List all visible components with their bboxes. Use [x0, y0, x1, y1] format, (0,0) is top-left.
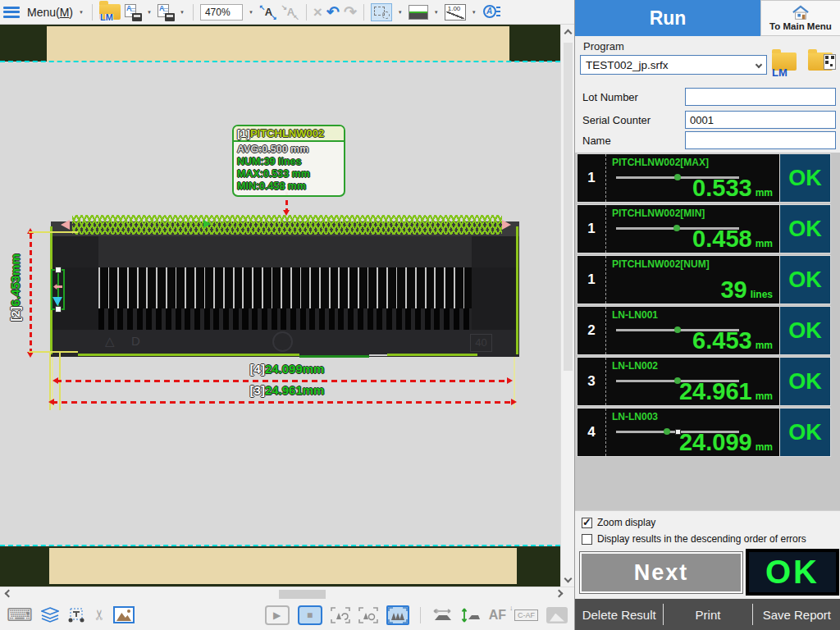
save-report-button[interactable]: Save Report — [753, 608, 840, 622]
zoom-caret-icon[interactable]: ▼ — [249, 10, 253, 15]
save-caret-icon[interactable]: ▼ — [147, 10, 152, 15]
tooltip-avg: AVG:0.500 mm — [237, 144, 340, 156]
roi-handle-bottom[interactable] — [55, 306, 62, 313]
toolbar-separator — [92, 4, 93, 21]
stage-height-icon[interactable] — [461, 607, 481, 623]
zoom-display-checkbox[interactable]: Zoom display — [582, 517, 840, 528]
image-display-icon[interactable] — [113, 606, 135, 623]
delete-result-button[interactable]: Delete Result — [575, 608, 663, 622]
run-play-icon[interactable]: ▶ — [265, 605, 290, 625]
scroll-right-icon[interactable] — [555, 590, 564, 598]
program-folder-button[interactable]: LM — [770, 46, 800, 79]
name-input[interactable] — [685, 131, 836, 149]
edge-roi-box[interactable] — [51, 269, 65, 310]
menu-caret-icon[interactable]: ▼ — [79, 10, 84, 15]
lot-number-input[interactable] — [685, 88, 836, 106]
results-list: 1 PITCHLNW002[MAX] 0.533 mm OK 1 PITCHLN… — [575, 153, 840, 510]
keyboard-icon[interactable]: ⌨ — [7, 605, 33, 626]
scroll-up-icon[interactable] — [564, 30, 573, 38]
horizontal-scroll-thumb[interactable] — [279, 590, 326, 599]
program-qr-folder-button[interactable] — [806, 46, 836, 79]
result-label: LN-LN001 — [612, 309, 658, 321]
viewer-horizontal-scrollbar[interactable] — [0, 587, 574, 600]
scroll-down-icon[interactable] — [564, 575, 573, 583]
multi-focus-icon[interactable] — [386, 605, 409, 625]
hamburger-menu-icon[interactable] — [3, 7, 20, 18]
save-program-icon[interactable] — [125, 4, 141, 21]
scale-factor-icon[interactable]: 1.00 — [445, 4, 466, 21]
width-inner-right-arrow-icon — [507, 377, 513, 384]
inspection-photo: △ D 40 [1]PITCHLNW002 AVG:0.500 mm NU — [0, 25, 560, 587]
edge-detect-right-line — [516, 226, 518, 354]
captured-image-icon[interactable] — [546, 607, 568, 623]
result-row[interactable]: 1 PITCHLNW002[MIN] 0.458 mm OK — [577, 204, 831, 253]
result-index: 1 — [578, 205, 606, 253]
result-body: LN-LN001 6.453 mm — [606, 307, 779, 354]
transform-tool-icon[interactable] — [67, 607, 85, 623]
result-row[interactable]: 1 PITCHLNW002[MAX] 0.533 mm OK — [577, 153, 831, 203]
name-row: Name — [575, 130, 840, 150]
print-program-icon[interactable] — [158, 4, 174, 21]
result-value: 0.458 — [692, 227, 752, 251]
focus-region-alt-icon[interactable] — [358, 607, 378, 623]
tan-region-bottom — [49, 548, 517, 584]
roi-handle-top[interactable] — [55, 267, 62, 273]
serial-counter-label: Serial Counter — [575, 114, 685, 126]
af-button[interactable]: AF — [489, 608, 506, 623]
program-select[interactable]: TEST002_jp.srfx — [580, 55, 767, 75]
focus-region-icon[interactable] — [331, 607, 350, 623]
width-inner-dimension-label: [4]24.099mm — [234, 362, 340, 376]
result-row[interactable]: 3 LN-LN002 24.961 mm OK — [577, 357, 831, 406]
scroll-left-icon[interactable] — [5, 590, 13, 598]
delete-icon[interactable]: × — [313, 4, 322, 21]
serial-counter-input[interactable] — [685, 111, 836, 129]
zoom-in-icon[interactable]: A↖↘ — [259, 4, 277, 21]
run-header: Run — [575, 0, 760, 36]
to-main-menu-button[interactable]: To Main Menu — [760, 0, 840, 36]
result-value-line: 0.458 mm — [692, 227, 773, 251]
run-stop-icon[interactable]: ■ — [298, 605, 322, 625]
checkbox-icon[interactable] — [582, 518, 592, 528]
edge-detect-bottom-line-1 — [78, 354, 299, 356]
result-value: 6.453 — [692, 329, 752, 353]
selection-caret-icon[interactable]: ▼ — [398, 10, 403, 15]
display-options: Zoom display Display results in the desc… — [575, 510, 840, 548]
home-icon — [791, 5, 810, 21]
print-button[interactable]: Print — [664, 608, 751, 622]
zoom-level-input[interactable]: 470% — [200, 4, 243, 21]
display-level-icon[interactable] — [409, 5, 428, 20]
result-row[interactable]: 2 LN-LN001 6.453 mm OK — [577, 306, 831, 355]
open-program-folder-icon[interactable]: LM — [99, 4, 121, 20]
width-outer-left-arrow-icon — [48, 399, 54, 405]
pitch-detection-hatch — [72, 215, 502, 235]
continuous-af-button[interactable]: C-AF — [514, 609, 538, 621]
undo-icon[interactable]: ↶ — [326, 4, 340, 21]
scale-caret-icon[interactable]: ▼ — [472, 10, 477, 15]
image-viewer[interactable]: △ D 40 [1]PITCHLNW002 AVG:0.500 mm NU — [0, 25, 560, 587]
menu-button[interactable]: Menu(M) — [27, 6, 73, 19]
print-caret-icon[interactable]: ▼ — [180, 10, 185, 15]
stage-width-icon[interactable] — [431, 607, 453, 623]
vertical-scroll-thumb[interactable] — [564, 43, 573, 371]
level-caret-icon[interactable]: ▼ — [434, 10, 439, 15]
tooltip-min: MIN:0.458 mm — [237, 180, 340, 193]
redo-icon[interactable]: ↷ — [344, 4, 357, 21]
result-row[interactable]: 4 LN-LN003 24.099 mm OK — [577, 408, 831, 457]
scissors-icon[interactable]: ✂ — [90, 609, 107, 620]
run-panel: Run To Main Menu Program TEST002_jp.srfx… — [574, 0, 840, 630]
text-search-icon[interactable]: A — [482, 4, 500, 21]
checkbox-icon[interactable] — [582, 534, 592, 545]
pitch-end-arrow-icon — [502, 220, 511, 230]
measurement-tooltip[interactable]: [1]PITCHLNW002 AVG:0.500 mm NUM:39 lines… — [232, 125, 345, 197]
layers-icon[interactable] — [41, 607, 59, 623]
result-row[interactable]: 1 PITCHLNW002[NUM] 39 lines OK — [577, 255, 831, 304]
zoom-out-icon[interactable]: A↘↖ — [281, 4, 299, 21]
next-button[interactable]: Next — [579, 551, 743, 594]
connector-number-mark: 40 — [470, 334, 492, 352]
descending-order-checkbox[interactable]: Display results in the descending order … — [582, 533, 840, 545]
selection-tool-icon[interactable] — [371, 3, 392, 21]
result-unit: mm — [756, 238, 773, 249]
viewer-vertical-scrollbar[interactable] — [560, 25, 574, 587]
result-unit: lines — [751, 289, 773, 300]
qr-page-icon — [824, 54, 836, 70]
